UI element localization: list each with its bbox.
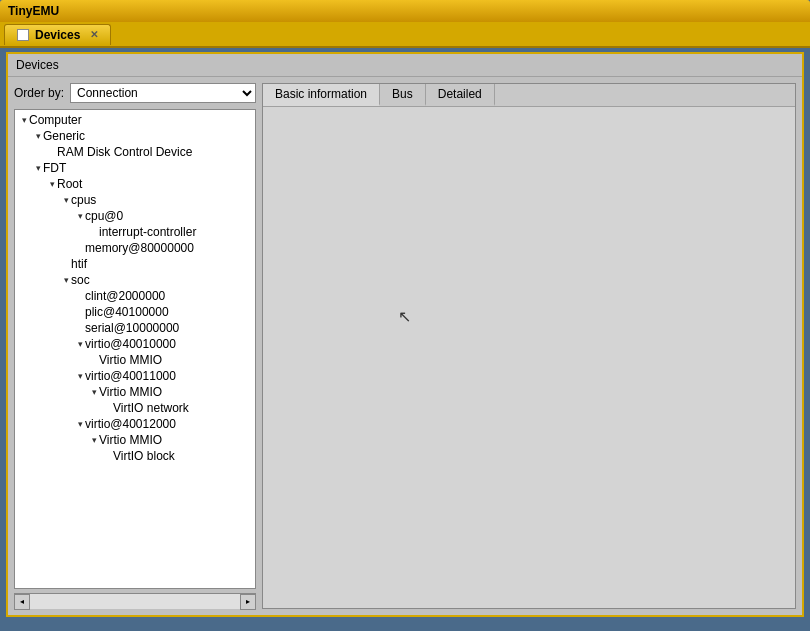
tree-item[interactable]: ▾soc bbox=[15, 272, 255, 288]
tree-item[interactable]: memory@80000000 bbox=[15, 240, 255, 256]
collapse-icon[interactable]: ▾ bbox=[61, 195, 71, 205]
title-bar: TinyEMU bbox=[0, 0, 810, 22]
horizontal-scrollbar[interactable]: ◂ ▸ bbox=[14, 593, 256, 609]
collapse-icon[interactable]: ▾ bbox=[75, 211, 85, 221]
tree-item[interactable]: RAM Disk Control Device bbox=[15, 144, 255, 160]
tree-item-label: interrupt-controller bbox=[99, 225, 196, 239]
tree-item-label: virtio@40010000 bbox=[85, 337, 176, 351]
collapse-icon[interactable]: ▾ bbox=[33, 163, 43, 173]
scroll-track-h[interactable] bbox=[30, 594, 240, 609]
tree-item[interactable]: ▾Virtio MMIO bbox=[15, 432, 255, 448]
tree-item-label: Virtio MMIO bbox=[99, 353, 162, 367]
collapse-icon[interactable]: ▾ bbox=[75, 419, 85, 429]
tree-container[interactable]: ▾Computer▾GenericRAM Disk Control Device… bbox=[14, 109, 256, 589]
left-panel: Order by: Connection Name Type ▾Computer… bbox=[14, 83, 256, 609]
order-by-select[interactable]: Connection Name Type bbox=[70, 83, 256, 103]
tree-item-label: cpus bbox=[71, 193, 96, 207]
tree-item[interactable]: ▾Root bbox=[15, 176, 255, 192]
tree-item-label: Root bbox=[57, 177, 82, 191]
tree-item-label: VirtIO block bbox=[113, 449, 175, 463]
tab-label: Devices bbox=[35, 28, 80, 42]
order-by-label: Order by: bbox=[14, 86, 64, 100]
tree-item[interactable]: VirtIO network bbox=[15, 400, 255, 416]
tab-detailed[interactable]: Detailed bbox=[426, 84, 495, 106]
right-tabs: Basic information Bus Detailed bbox=[263, 84, 795, 107]
collapse-icon[interactable]: ▾ bbox=[61, 275, 71, 285]
tree-item[interactable]: ▾Virtio MMIO bbox=[15, 384, 255, 400]
app-title: TinyEMU bbox=[8, 4, 59, 18]
collapse-icon[interactable]: ▾ bbox=[75, 339, 85, 349]
collapse-icon[interactable]: ▾ bbox=[19, 115, 29, 125]
tree-item-label: Virtio MMIO bbox=[99, 385, 162, 399]
tab-bar: Devices ✕ bbox=[0, 22, 810, 48]
tree-item-label: clint@2000000 bbox=[85, 289, 165, 303]
collapse-icon[interactable]: ▾ bbox=[33, 131, 43, 141]
window-title-text: Devices bbox=[16, 58, 59, 72]
tree-item-label: Virtio MMIO bbox=[99, 433, 162, 447]
tree-item-label: memory@80000000 bbox=[85, 241, 194, 255]
right-panel: Basic information Bus Detailed ↖ bbox=[262, 83, 796, 609]
tree-item[interactable]: interrupt-controller bbox=[15, 224, 255, 240]
tree-item[interactable]: VirtIO block bbox=[15, 448, 255, 464]
content-area: Order by: Connection Name Type ▾Computer… bbox=[8, 77, 802, 615]
tree-item-label: soc bbox=[71, 273, 90, 287]
tree-item[interactable]: ▾Generic bbox=[15, 128, 255, 144]
scroll-right-btn[interactable]: ▸ bbox=[240, 594, 256, 610]
tree-item-label: Computer bbox=[29, 113, 82, 127]
tree-item-label: Generic bbox=[43, 129, 85, 143]
tree-item-label: plic@40100000 bbox=[85, 305, 169, 319]
tree-item[interactable]: ▾cpu@0 bbox=[15, 208, 255, 224]
tree-item[interactable]: htif bbox=[15, 256, 255, 272]
tree-item-label: VirtIO network bbox=[113, 401, 189, 415]
tree-item[interactable]: ▾FDT bbox=[15, 160, 255, 176]
devices-tab[interactable]: Devices ✕ bbox=[4, 24, 111, 45]
tree-item[interactable]: Virtio MMIO bbox=[15, 352, 255, 368]
tree-item-label: cpu@0 bbox=[85, 209, 123, 223]
tree-item-label: virtio@40011000 bbox=[85, 369, 176, 383]
order-by-row: Order by: Connection Name Type bbox=[14, 83, 256, 103]
tree-item-label: htif bbox=[71, 257, 87, 271]
main-window: Devices Order by: Connection Name Type ▾… bbox=[6, 52, 804, 617]
scroll-left-btn[interactable]: ◂ bbox=[14, 594, 30, 610]
tab-basic-information[interactable]: Basic information bbox=[263, 84, 380, 106]
tab-icon bbox=[17, 29, 29, 41]
tab-bus-label: Bus bbox=[392, 87, 413, 101]
tree-item-label: virtio@40012000 bbox=[85, 417, 176, 431]
collapse-icon[interactable]: ▾ bbox=[47, 179, 57, 189]
collapse-icon[interactable]: ▾ bbox=[89, 387, 99, 397]
tree-item[interactable]: plic@40100000 bbox=[15, 304, 255, 320]
tree-item[interactable]: clint@2000000 bbox=[15, 288, 255, 304]
tab-detailed-label: Detailed bbox=[438, 87, 482, 101]
collapse-icon[interactable]: ▾ bbox=[75, 371, 85, 381]
tree-item[interactable]: ▾Computer bbox=[15, 112, 255, 128]
tab-bus[interactable]: Bus bbox=[380, 84, 426, 106]
tree-item[interactable]: ▾virtio@40010000 bbox=[15, 336, 255, 352]
tree-item[interactable]: serial@10000000 bbox=[15, 320, 255, 336]
tree-item-label: serial@10000000 bbox=[85, 321, 179, 335]
tree-item[interactable]: ▾cpus bbox=[15, 192, 255, 208]
tree-item[interactable]: ▾virtio@40012000 bbox=[15, 416, 255, 432]
right-content-area: ↖ bbox=[263, 107, 795, 608]
tab-basic-label: Basic information bbox=[275, 87, 367, 101]
tab-close-icon[interactable]: ✕ bbox=[90, 29, 98, 40]
cursor-indicator: ↖ bbox=[398, 307, 411, 326]
tree-item-label: RAM Disk Control Device bbox=[57, 145, 192, 159]
collapse-icon[interactable]: ▾ bbox=[89, 435, 99, 445]
tree-item[interactable]: ▾virtio@40011000 bbox=[15, 368, 255, 384]
window-title-bar: Devices bbox=[8, 54, 802, 77]
tree-item-label: FDT bbox=[43, 161, 66, 175]
